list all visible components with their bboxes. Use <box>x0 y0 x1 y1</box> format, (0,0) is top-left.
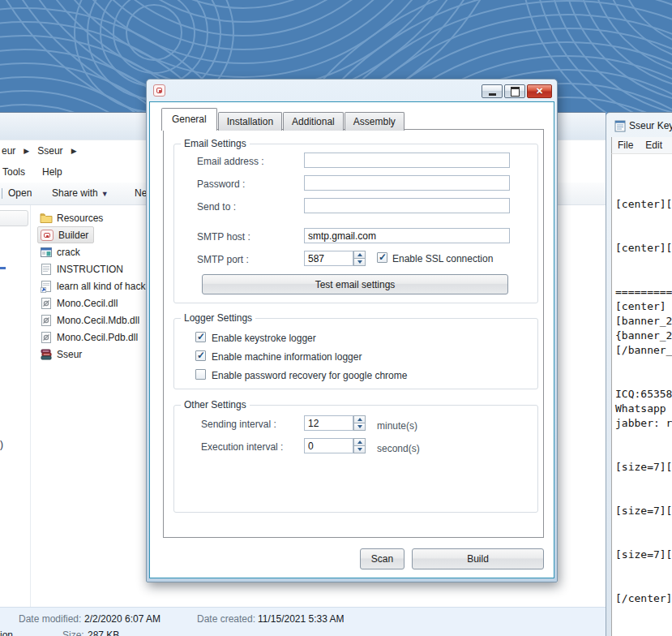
keystroke-logger-checkbox[interactable] <box>195 332 206 342</box>
nav-pane-stub[interactable] <box>0 210 28 226</box>
file-name: learn all kind of hack <box>57 281 145 292</box>
sending-interval-label: Sending interval : <box>201 419 276 430</box>
smtp-port-label: SMTP port : <box>197 254 249 265</box>
spin-down-button[interactable] <box>353 446 366 453</box>
date-created-label: Date created: <box>197 613 255 625</box>
build-button[interactable]: Build <box>412 548 544 569</box>
file-row-learn-hack[interactable]: learn all kind of hack <box>37 277 151 294</box>
dll-file-icon <box>40 331 53 344</box>
size-value: 287 KB <box>88 630 119 636</box>
maximize-button[interactable] <box>504 84 525 98</box>
dll-file-icon <box>40 297 53 310</box>
tab-strip: General Installation Additional Assembly <box>161 108 405 131</box>
file-name: Resources <box>57 213 103 224</box>
sending-interval-input[interactable] <box>304 415 353 431</box>
notepad-menubar: File Edit Fo <box>611 137 672 154</box>
builder-app-icon <box>153 84 165 97</box>
notepad-text[interactable]: [center][i [center][b ========== [center… <box>612 154 672 606</box>
tab-general[interactable]: General <box>161 108 217 131</box>
sending-interval-spinner <box>353 415 366 431</box>
share-with-button[interactable]: Share with▼ <box>52 187 109 199</box>
notepad-window: Sseur Keyl File Edit Fo [center][i [cent… <box>606 112 672 636</box>
smtp-port-input[interactable] <box>304 251 353 266</box>
password-recovery-checkbox[interactable] <box>195 369 206 380</box>
email-address-label: Email address : <box>197 156 264 167</box>
password-recovery-label: Enable password recovery for google chro… <box>212 370 407 381</box>
tab-label: General <box>172 114 207 125</box>
email-address-input[interactable] <box>304 153 510 168</box>
file-row-resources[interactable]: Resources <box>37 209 109 226</box>
sending-interval-unit: minute(s) <box>377 420 417 432</box>
breadcrumb-item-sseur[interactable]: Sseur <box>36 145 64 157</box>
spin-up-button[interactable] <box>353 438 366 446</box>
menu-tools[interactable]: Tools <box>2 166 25 178</box>
file-name: crack <box>57 247 80 258</box>
tab-assembly[interactable]: Assembly <box>345 112 404 131</box>
spin-up-button[interactable] <box>353 415 366 423</box>
nav-tree-item-fragment <box>0 267 6 269</box>
breadcrumb-arrow-icon: ▶ <box>65 147 83 155</box>
smtp-host-input[interactable] <box>304 228 510 243</box>
file-row-mono-cecil[interactable]: Mono.Cecil.dll <box>37 294 123 312</box>
machine-info-logger-label: Enable machine information logger <box>212 351 362 363</box>
send-to-input[interactable] <box>304 198 510 213</box>
file-name: Builder <box>58 230 88 241</box>
close-button[interactable] <box>527 84 552 98</box>
notepad-text-area[interactable]: [center][i [center][b ========== [center… <box>611 154 672 636</box>
text-document-icon <box>40 246 53 259</box>
open-button[interactable]: Open <box>8 187 32 199</box>
spin-down-button[interactable] <box>353 259 366 266</box>
button-label: Scan <box>371 553 393 565</box>
file-row-crack[interactable]: crack <box>37 243 86 260</box>
minimize-button[interactable] <box>482 84 503 98</box>
date-created-value: 11/15/2021 5:33 AM <box>258 613 345 625</box>
tab-panel-general: Email Settings Email address : Password … <box>163 129 544 538</box>
spin-down-button[interactable] <box>353 423 366 431</box>
file-row-mono-cecil-mdb[interactable]: Mono.Cecil.Mdb.dll <box>37 312 145 329</box>
other-settings-group: Other Settings Sending interval : minute… <box>173 405 538 513</box>
machine-info-logger-checkbox[interactable] <box>195 350 206 361</box>
menu-file[interactable]: File <box>618 140 633 151</box>
breadcrumb-item-fragment[interactable]: eur <box>0 145 17 157</box>
file-name: INSTRUCTION <box>57 264 123 275</box>
file-type-fragment: ion <box>0 630 13 636</box>
tab-additional[interactable]: Additional <box>283 112 344 131</box>
dll-file-icon <box>40 314 53 327</box>
file-name: Mono.Cecil.Pdb.dll <box>57 332 138 343</box>
file-row-sseur-archive[interactable]: Sseur <box>37 346 88 363</box>
notepad-app-icon <box>614 119 626 132</box>
size-label: Size: <box>62 630 84 636</box>
file-row-builder[interactable]: Builder <box>37 226 94 243</box>
date-modified-value: 2/2/2020 6:07 AM <box>84 613 161 625</box>
button-label: Test email settings <box>315 279 396 290</box>
menu-help[interactable]: Help <box>42 166 62 178</box>
dropdown-arrow-icon: ▼ <box>98 190 109 198</box>
spin-up-button[interactable] <box>353 251 366 259</box>
notepad-document-icon <box>40 263 53 276</box>
nav-pane-divider[interactable] <box>30 205 31 607</box>
breadcrumb-arrow-icon: ▶ <box>17 147 36 155</box>
file-row-instruction[interactable]: INSTRUCTION <box>37 260 129 277</box>
builder-dialog: General Installation Additional Assembly… <box>146 79 558 582</box>
execution-interval-label: Execution interval : <box>201 441 283 453</box>
scan-button[interactable]: Scan <box>360 548 404 569</box>
dialog-client-area: General Installation Additional Assembly… <box>149 101 554 578</box>
tab-label: Assembly <box>353 116 396 127</box>
file-name: Mono.Cecil.Mdb.dll <box>57 315 139 326</box>
ssl-checkbox[interactable] <box>377 252 387 263</box>
ssl-checkbox-label: Enable SSL connection <box>392 253 493 264</box>
execution-interval-input[interactable] <box>304 438 353 453</box>
password-input[interactable] <box>304 175 510 191</box>
tab-label: Installation <box>227 116 273 127</box>
file-row-mono-cecil-pdb[interactable]: Mono.Cecil.Pdb.dll <box>37 329 143 346</box>
logger-settings-group: Logger Settings Enable keystroke logger … <box>173 318 538 389</box>
tab-installation[interactable]: Installation <box>218 112 282 131</box>
file-list: Resources Builder crack INSTRUCTION lear… <box>37 209 151 363</box>
date-modified-label: Date modified: <box>19 613 81 625</box>
file-name: Mono.Cecil.dll <box>57 298 118 309</box>
menu-edit[interactable]: Edit <box>645 140 662 151</box>
password-label: Password : <box>197 178 245 190</box>
test-email-settings-button[interactable]: Test email settings <box>202 274 508 294</box>
tab-label: Additional <box>292 116 335 127</box>
nav-tree-item-fragment: ) <box>0 439 3 450</box>
